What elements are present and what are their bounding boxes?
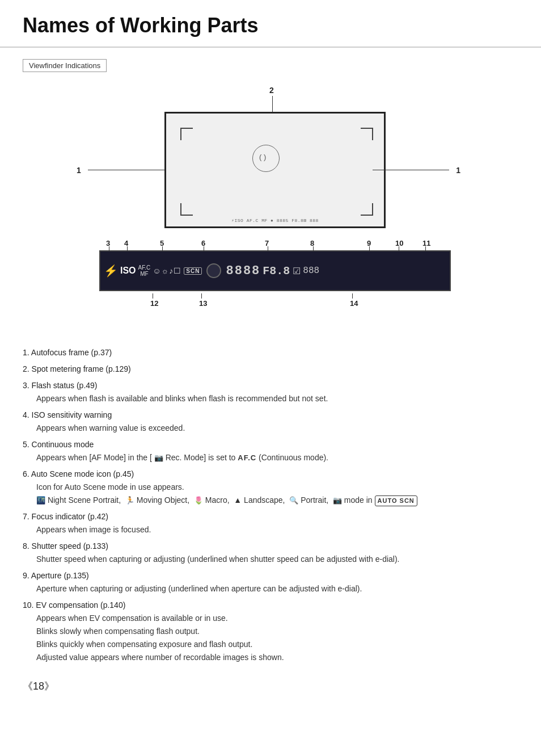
desc-sub-10b: Blinks slowly when compensating flash ou… xyxy=(23,625,518,637)
lcd-afc: AF.CMF xyxy=(138,264,151,277)
desc-item-9: 9. Aperture (p.135) Aperture when captur… xyxy=(23,570,518,595)
tick-5 xyxy=(162,246,163,251)
desc-title-1: Autofocus frame (p.37) xyxy=(31,348,112,357)
tick-7 xyxy=(268,246,268,251)
desc-sub-7: Appears when image is focused. xyxy=(23,524,518,536)
label-12: 12 xyxy=(150,299,158,308)
desc-item-3: 3. Flash status (p.49) Appears when flas… xyxy=(23,380,518,405)
desc-num-7: 7. xyxy=(23,512,32,521)
desc-item-4: 4. ISO sensitivity warning Appears when … xyxy=(23,409,518,434)
bracket-bl xyxy=(180,203,193,216)
desc-title-5: Continuous mode xyxy=(32,440,94,449)
bracket-tl xyxy=(180,128,193,140)
desc-sub-10a: Appears when EV compensation is availabl… xyxy=(23,612,518,624)
desc-item-7: 7. Focus indicator (p.42) Appears when i… xyxy=(23,511,518,536)
page-header: Names of Working Parts xyxy=(0,0,541,48)
page-title: Names of Working Parts xyxy=(23,14,518,37)
label-10: 10 xyxy=(395,239,403,247)
tick-9 xyxy=(369,246,370,251)
desc-title-8: Shutter speed (p.133) xyxy=(32,541,108,551)
label-11: 11 xyxy=(422,239,430,247)
desc-num-4: 4. xyxy=(23,410,32,419)
desc-sub-3: Appears when flash is available and blin… xyxy=(23,393,518,405)
tick-6 xyxy=(204,246,204,251)
lcd-scn: SCN xyxy=(184,267,202,275)
page-number: 《18》 xyxy=(23,681,54,692)
desc-num-3: 3. xyxy=(23,381,32,390)
lcd-panel: ⚡ ISO AF.CMF ☺☼♪☐ SCN 8888 F8.8 ☑ 888 xyxy=(99,250,451,291)
tick-11 xyxy=(425,246,426,251)
line-1-left xyxy=(88,170,164,170)
tick-14 xyxy=(352,293,353,299)
section-label: Viewfinder Indications xyxy=(23,59,107,72)
label-4: 4 xyxy=(124,239,128,247)
diagram: 2 ( ) ⚡ISO AF.C MF ● 8885 F8.8⊠ 888 1 1 xyxy=(61,86,480,341)
desc-item-2: 2. Spot metering frame (p.129) xyxy=(23,363,518,375)
bracket-tr xyxy=(361,128,373,140)
desc-title-3: Flash status (p.49) xyxy=(32,381,98,390)
tick-13 xyxy=(201,293,202,299)
label-14: 14 xyxy=(350,299,358,308)
lcd-focus-circle xyxy=(206,263,221,278)
desc-sub-6a: Icon for Auto Scene mode in use appears. xyxy=(23,481,518,493)
desc-num-6: 6. xyxy=(23,469,31,478)
tick-8 xyxy=(313,246,314,251)
desc-num-2: 2. xyxy=(23,364,32,373)
desc-item-10: 10. EV compensation (p.140) Appears when… xyxy=(23,599,518,663)
desc-title-6: Auto Scene mode icon (p.45) xyxy=(31,469,134,478)
viewfinder-outer: ( ) ⚡ISO AF.C MF ● 8885 F8.8⊠ 888 xyxy=(164,112,386,228)
lcd-recordable: 888 xyxy=(303,266,319,276)
lcd-scene-icons: ☺☼♪☐ xyxy=(153,266,181,275)
desc-sub-10d: Adjusted value appears where number of r… xyxy=(23,652,518,663)
lcd-ev-icon: ☑ xyxy=(293,266,301,276)
lcd-aperture: F8.8 xyxy=(263,264,290,278)
description-list: 1. Autofocus frame (p.37) 2. Spot meteri… xyxy=(23,347,518,663)
lcd-iso: ISO xyxy=(120,266,136,276)
desc-sub-8: Shutter speed when capturing or adjustin… xyxy=(23,553,518,565)
tick-3 xyxy=(109,246,109,251)
desc-sub-10c: Blinks quickly when compensating exposur… xyxy=(23,639,518,650)
label-13: 13 xyxy=(199,299,207,308)
center-paren: ( ) xyxy=(259,153,266,161)
desc-sub-6b: 🌃 Night Scene Portrait, 🏃 Moving Object,… xyxy=(23,494,518,506)
desc-title-2: Spot metering frame (p.129) xyxy=(32,364,131,373)
vf-status-bar: ⚡ISO AF.C MF ● 8885 F8.8⊠ 888 xyxy=(231,218,319,223)
tick-4 xyxy=(127,246,128,251)
desc-title-10: EV compensation (p.140) xyxy=(36,600,125,610)
label-2: 2 xyxy=(269,86,274,95)
tick-12 xyxy=(153,293,153,299)
label-7: 7 xyxy=(265,239,269,247)
page-footer: 《18》 xyxy=(0,668,541,704)
tick-10 xyxy=(399,246,399,251)
line-1-right xyxy=(373,170,449,170)
desc-num-8: 8. xyxy=(23,541,32,551)
desc-item-8: 8. Shutter speed (p.133) Shutter speed w… xyxy=(23,540,518,565)
lcd-flash: ⚡ xyxy=(104,264,118,278)
label-3: 3 xyxy=(106,239,110,247)
desc-num-1: 1. xyxy=(23,348,31,357)
desc-sub-9: Aperture when capturing or adjusting (un… xyxy=(23,583,518,595)
lcd-shutter: 8888 xyxy=(226,264,260,278)
label-8: 8 xyxy=(310,239,314,247)
desc-num-10: 10. xyxy=(23,600,36,610)
label-1-left: 1 xyxy=(77,166,81,175)
af-frame xyxy=(180,128,373,216)
label-1-right: 1 xyxy=(456,166,460,175)
content-area: Viewfinder Indications 2 ( ) ⚡ISO AF.C M… xyxy=(0,59,541,663)
desc-num-9: 9. xyxy=(23,571,31,580)
desc-item-1: 1. Autofocus frame (p.37) xyxy=(23,347,518,359)
desc-sub-5: Appears when [AF Mode] in the [ 📷 Rec. M… xyxy=(23,452,518,464)
desc-item-5: 5. Continuous mode Appears when [AF Mode… xyxy=(23,439,518,464)
desc-title-4: ISO sensitivity warning xyxy=(32,410,112,419)
desc-sub-4: Appears when warning value is exceeded. xyxy=(23,422,518,434)
desc-title-9: Aperture (p.135) xyxy=(31,571,89,580)
desc-title-7: Focus indicator (p.42) xyxy=(32,512,108,521)
desc-item-6: 6. Auto Scene mode icon (p.45) Icon for … xyxy=(23,468,518,506)
bracket-br xyxy=(361,203,373,216)
tick-2 xyxy=(272,96,273,112)
desc-num-5: 5. xyxy=(23,440,32,449)
